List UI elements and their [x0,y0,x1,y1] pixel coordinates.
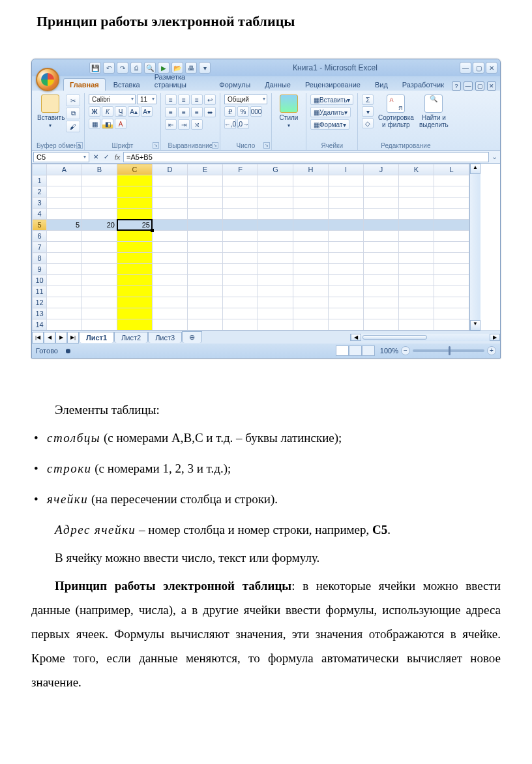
cell-B8[interactable] [82,253,117,264]
cell-L12[interactable] [434,297,469,308]
cell-E11[interactable] [188,286,223,297]
cell-K3[interactable] [399,198,434,209]
cell-D8[interactable] [153,253,188,264]
format-painter-button[interactable]: 🖌 [66,121,80,132]
doc-close-button[interactable]: ✕ [487,81,496,91]
cell-J5[interactable] [364,220,399,231]
cell-H14[interactable] [293,319,329,331]
cell-L13[interactable] [434,308,469,319]
thousands-button[interactable]: 000 [250,106,262,117]
sheet-tab-Лист3[interactable]: Лист3 [148,332,182,343]
maximize-button[interactable]: ▢ [473,62,484,74]
help-button[interactable]: ? [452,81,461,91]
column-header-F[interactable]: F [223,164,258,175]
align-top-button[interactable]: ≡ [165,95,177,105]
qat-redo-icon[interactable]: ↷ [117,62,128,74]
underline-button[interactable]: Ч [115,106,126,117]
row-header-6[interactable]: 6 [33,231,47,242]
minimize-button[interactable]: — [460,62,471,74]
cell-H8[interactable] [293,253,329,264]
cell-C12[interactable] [117,297,153,308]
sheet-first-button[interactable]: |◀ [32,332,44,344]
cell-B3[interactable] [82,198,117,209]
cell-K4[interactable] [399,209,434,220]
clipboard-dialog-icon[interactable]: ↘ [76,142,83,149]
cell-L5[interactable] [434,220,469,231]
cell-G12[interactable] [258,297,293,308]
styles-button[interactable]: Стили▾ [276,95,302,128]
cell-I1[interactable] [329,175,364,186]
cell-F6[interactable] [223,231,258,242]
name-box[interactable]: C5▾ [33,152,89,162]
cell-B6[interactable] [82,231,117,242]
tab-вставка[interactable]: Вставка [107,78,147,91]
sheet-tab-Лист1[interactable]: Лист1 [79,332,114,343]
cell-G1[interactable] [258,175,293,186]
cell-C9[interactable] [117,264,153,275]
cell-K8[interactable] [399,253,434,264]
wrap-button[interactable]: ↩ [204,95,216,105]
cell-I13[interactable] [329,308,364,319]
cell-B2[interactable] [82,186,117,198]
cell-D9[interactable] [153,264,188,275]
column-header-L[interactable]: L [434,164,469,175]
paste-button[interactable]: Вставить▾ [37,95,63,141]
cell-A10[interactable] [47,275,82,286]
cell-B11[interactable] [82,286,117,297]
row-header-1[interactable]: 1 [33,175,47,186]
row-header-12[interactable]: 12 [33,297,47,308]
cell-J9[interactable] [364,264,399,275]
cell-E5[interactable] [188,220,223,231]
cell-L4[interactable] [434,209,469,220]
cell-F4[interactable] [223,209,258,220]
align-mid-button[interactable]: ≡ [178,95,190,105]
cell-I6[interactable] [329,231,364,242]
select-all-button[interactable] [33,164,47,175]
cell-H10[interactable] [293,275,329,286]
cell-I12[interactable] [329,297,364,308]
cell-L6[interactable] [434,231,469,242]
clear-button[interactable]: ◇ [362,118,374,128]
cell-D12[interactable] [153,297,188,308]
cell-I4[interactable] [329,209,364,220]
cell-C10[interactable] [117,275,153,286]
cell-A11[interactable] [47,286,82,297]
cell-I11[interactable] [329,286,364,297]
cell-C14[interactable] [117,319,153,331]
row-header-4[interactable]: 4 [33,209,47,220]
cell-F8[interactable] [223,253,258,264]
cell-K7[interactable] [399,242,434,253]
cell-J6[interactable] [364,231,399,242]
cell-I9[interactable] [329,264,364,275]
fill-color-button[interactable]: ◧ [102,119,113,129]
cell-C5[interactable]: 25 [117,220,153,231]
cell-G6[interactable] [258,231,293,242]
copy-button[interactable]: ⧉ [66,108,80,119]
cell-A1[interactable] [47,175,82,186]
view-layout-button[interactable] [349,345,362,356]
cancel-formula-icon[interactable]: ✕ [91,152,101,162]
dec-inc-button[interactable]: ←,0 [224,119,236,129]
tab-формулы[interactable]: Формулы [213,78,257,91]
qat-print-icon[interactable]: ⎙ [130,62,142,74]
italic-button[interactable]: К [102,106,113,117]
cell-C11[interactable] [117,286,153,297]
autosum-button[interactable]: Σ [362,95,374,105]
cell-G4[interactable] [258,209,293,220]
orientation-button[interactable]: ⤭ [191,119,203,130]
doc-restore-button[interactable]: ▢ [475,81,484,91]
cell-H11[interactable] [293,286,329,297]
grow-font-button[interactable]: A▴ [128,106,140,117]
cell-E1[interactable] [188,175,223,186]
cell-J10[interactable] [364,275,399,286]
cell-J12[interactable] [364,297,399,308]
cell-G9[interactable] [258,264,293,275]
sheet-last-button[interactable]: ▶| [67,332,79,344]
font-dialog-icon[interactable]: ↘ [153,142,159,149]
row-header-2[interactable]: 2 [33,186,47,198]
row-header-5[interactable]: 5 [33,220,47,231]
cell-F2[interactable] [223,186,258,198]
scroll-down-icon[interactable]: ▼ [470,320,480,331]
cell-J1[interactable] [364,175,399,186]
cell-L3[interactable] [434,198,469,209]
